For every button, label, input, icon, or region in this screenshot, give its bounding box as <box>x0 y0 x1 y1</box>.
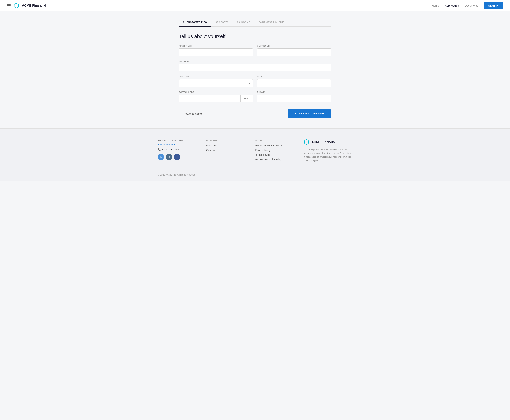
postal-code-group: POSTAL CODE FIND <box>179 91 253 102</box>
nav-documents[interactable]: Documents <box>465 4 478 7</box>
postal-phone-row: POSTAL CODE FIND PHONE <box>179 91 331 102</box>
signin-button[interactable]: SIGN IN <box>484 2 503 9</box>
phone-input[interactable] <box>257 95 331 102</box>
footer-brand-desc: Fusce dapibus, tellus ac cursus commodo,… <box>304 148 352 162</box>
footer-legal-title: LEGAL <box>255 139 304 141</box>
footer-contact-col: Schedule a conversation hello@acme.com 📞… <box>158 139 206 163</box>
name-row: FIRST NAME LAST NAME <box>179 45 331 56</box>
tabs: 01 CUSTOMER INFO 02 ASSETS 03 INCOME 04 … <box>179 18 331 27</box>
main-content: 01 CUSTOMER INFO 02 ASSETS 03 INCOME 04 … <box>175 11 335 128</box>
tab-assets[interactable]: 02 ASSETS <box>211 18 233 27</box>
social-icons: 𝕏 in f <box>158 154 206 160</box>
last-name-input[interactable] <box>257 48 331 56</box>
footer-top: Schedule a conversation hello@acme.com 📞… <box>158 139 352 163</box>
form-title: Tell us about yourself <box>179 34 331 39</box>
address-group: ADDRESS <box>179 60 331 71</box>
address-label: ADDRESS <box>179 60 331 62</box>
nav-home[interactable]: Home <box>432 4 439 7</box>
last-name-group: LAST NAME <box>257 45 331 56</box>
tab-customer-info[interactable]: 01 CUSTOMER INFO <box>179 18 211 27</box>
arrow-left-icon: ← <box>179 112 182 116</box>
nav-application[interactable]: Application <box>445 4 459 7</box>
footer-brand-col: ACME Financial Fusce dapibus, tellus ac … <box>304 139 352 163</box>
phone-icon: 📞 <box>158 148 161 151</box>
brand-name: ACME Financial <box>22 4 46 8</box>
return-home-link[interactable]: ← Return to home <box>179 112 202 116</box>
svg-marker-0 <box>14 3 18 8</box>
country-select-wrapper: United States Canada United Kingdom Aust… <box>179 79 253 87</box>
country-group: COUNTRY United States Canada United King… <box>179 76 253 87</box>
address-row: ADDRESS <box>179 60 331 71</box>
svg-marker-1 <box>304 140 309 144</box>
city-label: CITY <box>257 76 331 78</box>
navbar-left: ACME Financial <box>7 3 46 8</box>
footer-company-title: COMPANY <box>206 139 255 141</box>
postal-code-label: POSTAL CODE <box>179 91 253 93</box>
footer-link-careers[interactable]: Careers <box>206 149 255 152</box>
tab-review[interactable]: 04 REVIEW & SUBMIT <box>255 18 289 27</box>
footer-email[interactable]: hello@acme.com <box>158 143 206 146</box>
footer-brand: ACME Financial <box>304 139 352 145</box>
first-name-group: FIRST NAME <box>179 45 253 56</box>
find-button[interactable]: FIND <box>241 95 253 102</box>
footer-link-resources[interactable]: Resources <box>206 144 255 147</box>
footer-legal-col: LEGAL NMLS Consumer Access Privacy Polic… <box>255 139 304 163</box>
city-group: CITY <box>257 76 331 87</box>
linkedin-icon[interactable]: in <box>166 154 172 160</box>
save-continue-button[interactable]: SAVE AND CONTINUE <box>288 109 331 118</box>
address-input[interactable] <box>179 64 331 71</box>
navbar: ACME Financial Home Application Document… <box>0 0 510 11</box>
footer-phone-number: +1 202 555 0117 <box>162 148 181 151</box>
form-actions: ← Return to home SAVE AND CONTINUE <box>179 109 331 118</box>
country-select[interactable]: United States Canada United Kingdom Aust… <box>179 79 253 87</box>
return-home-label: Return to home <box>184 112 202 115</box>
footer-schedule-label: Schedule a conversation <box>158 139 206 142</box>
footer-link-privacy[interactable]: Privacy Policy <box>255 149 304 152</box>
twitter-icon[interactable]: 𝕏 <box>158 154 164 160</box>
copyright-text: © 2023 ACME Inc. All rights reserved. <box>158 173 196 176</box>
country-city-row: COUNTRY United States Canada United King… <box>179 76 331 87</box>
phone-group: PHONE <box>257 91 331 102</box>
facebook-icon[interactable]: f <box>174 154 180 160</box>
first-name-input[interactable] <box>179 48 253 56</box>
city-input[interactable] <box>257 79 331 87</box>
footer-company-col: COMPANY Resources Careers <box>206 139 255 163</box>
country-label: COUNTRY <box>179 76 253 78</box>
logo-icon <box>14 3 19 8</box>
footer-link-disclosures[interactable]: Disclosures & Licensing <box>255 158 304 161</box>
footer-brand-name: ACME Financial <box>311 140 336 144</box>
footer-phone: 📞 +1 202 555 0117 <box>158 148 206 151</box>
postal-find-group: FIND <box>179 95 253 102</box>
footer-logo-icon <box>304 139 309 145</box>
postal-code-input[interactable] <box>179 95 241 102</box>
tab-income[interactable]: 03 INCOME <box>233 18 255 27</box>
hamburger-icon[interactable] <box>7 4 11 7</box>
footer-link-terms[interactable]: Terms of Use <box>255 153 304 156</box>
footer-link-nmls[interactable]: NMLS Consumer Access <box>255 144 304 147</box>
last-name-label: LAST NAME <box>257 45 331 47</box>
first-name-label: FIRST NAME <box>179 45 253 47</box>
phone-label: PHONE <box>257 91 331 93</box>
footer: Schedule a conversation hello@acme.com 📞… <box>0 128 510 181</box>
navbar-right: Home Application Documents SIGN IN <box>432 2 503 9</box>
footer-bottom: © 2023 ACME Inc. All rights reserved. <box>158 170 352 176</box>
